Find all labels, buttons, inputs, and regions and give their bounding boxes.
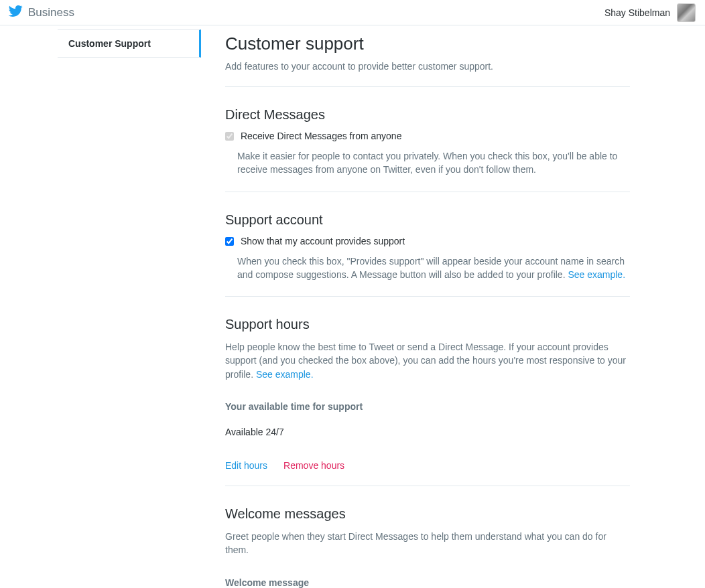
divider [225, 486, 630, 486]
section-heading-welcome: Welcome messages [225, 506, 630, 522]
support-hours-see-example-link[interactable]: See example. [256, 369, 314, 380]
remove-hours-link[interactable]: Remove hours [283, 460, 344, 471]
section-heading-dm: Direct Messages [225, 107, 630, 123]
support-hours-actions: Edit hours Remove hours [225, 460, 630, 471]
welcome-desc: Greet people when they start Direct Mess… [225, 530, 630, 557]
user-name: Shay Stibelman [604, 7, 670, 18]
support-hours-desc: Help people know the best time to Tweet … [225, 340, 630, 381]
page-body: Customer Support Customer support Add fe… [0, 25, 705, 588]
divider [225, 86, 630, 87]
user-block[interactable]: Shay Stibelman [604, 3, 696, 22]
dm-help-text: Make it easier for people to contact you… [237, 149, 630, 177]
available-time-heading: Your available time for support [225, 401, 630, 412]
twitter-bird-icon [8, 5, 23, 19]
sidebar-item-customer-support[interactable]: Customer Support [58, 29, 201, 58]
support-account-help-text: When you check this box, "Provides suppo… [237, 254, 630, 282]
support-account-see-example-link[interactable]: See example. [568, 269, 625, 280]
divider [225, 296, 630, 297]
edit-hours-link[interactable]: Edit hours [225, 460, 267, 471]
section-heading-support-hours: Support hours [225, 317, 630, 332]
avatar[interactable] [677, 3, 696, 22]
page-subtitle: Add features to your account to provide … [225, 61, 630, 72]
main-content: Customer support Add features to your ac… [201, 29, 630, 588]
sidebar: Customer Support [0, 29, 201, 588]
dm-checkbox-row: Receive Direct Messages from anyone [225, 131, 630, 141]
brand-label[interactable]: Business [28, 6, 74, 19]
support-account-checkbox-row: Show that my account provides support [225, 236, 630, 246]
welcome-field-label: Welcome message [225, 577, 630, 588]
support-account-checkbox[interactable] [225, 237, 234, 246]
availability-value: Available 24/7 [225, 427, 630, 437]
support-account-help-prefix: When you check this box, "Provides suppo… [237, 256, 625, 280]
page-title: Customer support [225, 33, 630, 54]
dm-checkbox-label[interactable]: Receive Direct Messages from anyone [241, 131, 401, 141]
top-bar: Business Shay Stibelman [0, 0, 705, 25]
dm-receive-anyone-checkbox[interactable] [225, 132, 234, 141]
sidebar-item-label: Customer Support [68, 38, 151, 49]
divider [225, 192, 630, 192]
brand-block: Business [8, 5, 74, 19]
section-heading-support-account: Support account [225, 212, 630, 228]
support-account-checkbox-label[interactable]: Show that my account provides support [241, 236, 405, 246]
